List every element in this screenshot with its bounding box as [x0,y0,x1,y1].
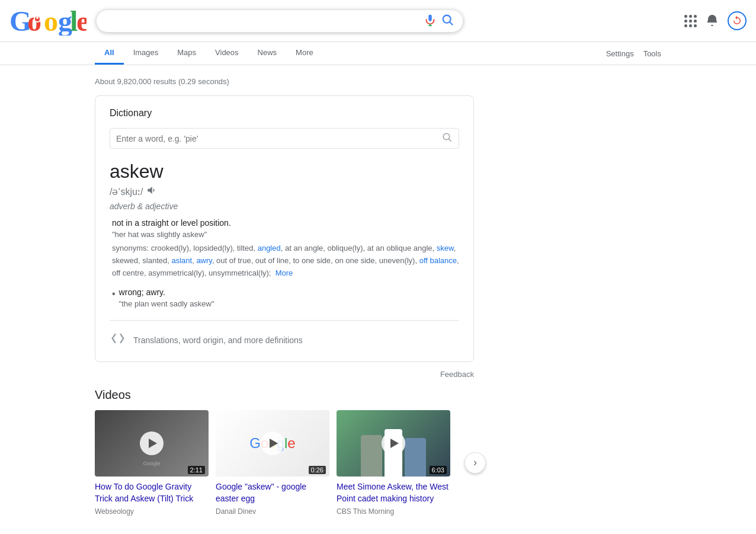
speaker-svg [146,185,157,196]
video-card-1: 2:11 Google How To do Google Gravity Tri… [95,410,209,515]
video-thumb-3[interactable]: 6:03 [337,410,450,477]
definition-example-2: "the plan went sadly askew" [119,299,214,308]
svg-rect-9 [428,14,432,21]
translations-row[interactable]: Translations, word origin, and more defi… [110,320,459,350]
settings-link[interactable]: Settings [606,49,634,58]
play-triangle-2 [270,439,278,448]
definition-2: • wrong; awry. "the plan went sadly aske… [110,287,459,308]
header-right [684,11,747,30]
svg-point-14 [443,133,450,140]
header: G o o g l e askew [0,0,756,42]
notifications-icon[interactable] [705,14,719,28]
definition-synonyms: synonyms: crooked(ly), lopsided(ly), til… [112,242,459,279]
definition-example-1: "her hat was slightly askew" [112,230,459,239]
definition-text-1: not in a straight or level position. [112,218,459,228]
mic-svg [424,14,437,27]
definition-1: not in a straight or level position. "he… [110,218,459,279]
tab-maps[interactable]: Maps [168,42,206,65]
synonym-off-balance[interactable]: off balance [419,256,457,265]
synonym-skew[interactable]: skew [437,244,454,252]
word-pronunciation: /əˈskjuː/ [110,185,459,198]
dictionary-input-row [110,128,459,149]
search-button[interactable] [441,14,454,28]
synonym-aslant[interactable]: aslant [171,256,192,265]
word-title: askew [110,161,459,183]
search-svg [441,14,454,27]
signin-svg [732,15,742,26]
video-title-1[interactable]: How To do Google Gravity Trick and Askew… [95,481,209,504]
pronunciation-text: /əˈskjuː/ [110,186,143,197]
video-card-2: Google 0:26 Google "askew" - google east… [216,410,329,515]
def-2-content: wrong; awry. "the plan went sadly askew" [119,287,214,308]
dictionary-card: Dictionary askew /əˈskjuː/ adverb & adj [95,95,474,362]
svg-text:o: o [44,6,58,36]
expand-icon [110,330,126,350]
tab-images[interactable]: Images [124,42,168,65]
signin-icon[interactable] [728,11,747,30]
bell-svg [705,14,719,28]
tab-more[interactable]: More [286,42,323,65]
definition-text-2: wrong; awry. [119,287,214,297]
tools-link[interactable]: Tools [643,49,661,58]
expand-svg [110,330,126,347]
play-button-2[interactable] [261,431,284,455]
videos-next-arrow[interactable]: › [465,452,486,474]
video-card-3: 6:03 Meet Simone Askew, the West Point c… [337,410,450,515]
svg-marker-16 [148,187,153,194]
svg-point-12 [443,15,451,23]
play-button-1[interactable] [140,431,164,455]
videos-row: 2:11 Google How To do Google Gravity Tri… [95,410,474,515]
dictionary-title: Dictionary [110,108,459,119]
video-duration-2: 0:26 [309,466,326,474]
video-thumb-2[interactable]: Google 0:26 [216,410,329,477]
video-source-2: Danail Dinev [216,507,329,516]
tab-videos[interactable]: Videos [206,42,248,65]
google-logo[interactable]: G o o g l e [9,6,87,36]
main-content: About 9,820,000 results (0.29 seconds) D… [0,65,474,516]
apps-icon[interactable] [684,15,697,27]
play-triangle-3 [390,439,399,448]
dictionary-input[interactable] [116,134,442,143]
person-3 [405,438,426,477]
search-form: askew [96,9,463,33]
svg-line-13 [450,22,453,25]
word-part-of-speech: adverb & adjective [110,202,459,211]
video-source-1: Webseology [95,507,209,516]
tab-news[interactable]: News [248,42,287,65]
nav-settings: Settings Tools [606,49,661,58]
svg-line-15 [449,139,451,142]
video-thumb-1[interactable]: 2:11 Google [95,410,209,477]
synonyms-label: synonyms: [112,244,149,252]
dictionary-search-button[interactable] [442,132,453,145]
synonyms-more-link[interactable]: More [276,268,293,277]
logo-svg: G o o g l e [9,6,87,36]
videos-title: Videos [95,388,474,402]
translations-text: Translations, word origin, and more defi… [133,335,303,345]
videos-section: Videos 2:11 Google How To do Google Grav… [95,388,474,515]
feedback-row: Feedback [95,369,474,379]
feedback-link[interactable]: Feedback [440,370,474,379]
video-title-3[interactable]: Meet Simone Askew, the West Point cadet … [337,481,450,504]
svg-text:e: e [76,6,87,36]
search-bar-container: askew [96,9,463,33]
video-duration-1: 2:11 [188,466,205,474]
nav-tabs: All Images Maps Videos News More Setting… [0,42,756,65]
results-count: About 9,820,000 results (0.29 seconds) [95,77,474,86]
thumb-1-content: Google [95,458,209,467]
speaker-icon[interactable] [146,185,157,198]
play-triangle-1 [149,439,157,448]
mic-icon[interactable] [424,14,437,28]
svg-point-4 [36,17,39,19]
synonym-awry[interactable]: awry [196,256,212,265]
search-input[interactable]: askew [105,15,424,26]
dict-search-svg [442,132,453,143]
tab-all[interactable]: All [95,42,124,65]
video-source-3: CBS This Morning [337,507,450,516]
play-button-3[interactable] [382,431,405,455]
synonym-angled[interactable]: angled [258,244,281,252]
dots-grid [684,15,697,27]
video-title-2[interactable]: Google "askew" - google easter egg [216,481,329,504]
person-1 [361,435,382,477]
synonyms-text-plain: crooked(ly), lopsided(ly), tilted, [151,244,258,252]
def-bullet: • [112,289,116,299]
